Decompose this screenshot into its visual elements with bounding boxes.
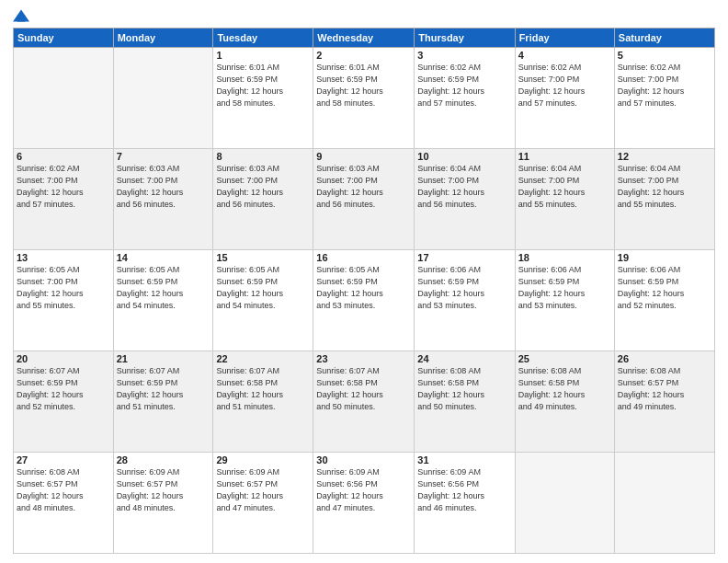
day-number: 5: [618, 50, 711, 61]
day-info: Sunrise: 6:05 AM Sunset: 6:59 PM Dayligh…: [216, 264, 310, 312]
calendar-cell: 7Sunrise: 6:03 AM Sunset: 7:00 PM Daylig…: [113, 149, 213, 250]
calendar-cell: [14, 48, 114, 149]
day-info: Sunrise: 6:02 AM Sunset: 6:59 PM Dayligh…: [417, 62, 511, 109]
day-number: 16: [316, 252, 411, 263]
day-number: 23: [316, 353, 411, 364]
day-info: Sunrise: 6:08 AM Sunset: 6:57 PM Dayligh…: [17, 466, 110, 514]
day-info: Sunrise: 6:05 AM Sunset: 6:59 PM Dayligh…: [316, 264, 411, 312]
day-info: Sunrise: 6:07 AM Sunset: 6:58 PM Dayligh…: [216, 365, 310, 413]
day-info: Sunrise: 6:08 AM Sunset: 6:58 PM Dayligh…: [518, 365, 611, 413]
calendar-cell: 28Sunrise: 6:09 AM Sunset: 6:57 PM Dayli…: [113, 453, 213, 554]
weekday-header-monday: Monday: [113, 29, 213, 48]
day-number: 25: [518, 353, 611, 364]
day-number: 17: [417, 252, 511, 263]
day-info: Sunrise: 6:07 AM Sunset: 6:59 PM Dayligh…: [117, 365, 210, 413]
calendar-cell: 18Sunrise: 6:06 AM Sunset: 6:59 PM Dayli…: [515, 250, 614, 351]
day-number: 18: [518, 252, 611, 263]
day-info: Sunrise: 6:04 AM Sunset: 7:00 PM Dayligh…: [618, 163, 711, 211]
weekday-header-friday: Friday: [515, 29, 614, 48]
day-info: Sunrise: 6:09 AM Sunset: 6:56 PM Dayligh…: [316, 466, 411, 514]
day-number: 30: [316, 454, 411, 465]
calendar-cell: 20Sunrise: 6:07 AM Sunset: 6:59 PM Dayli…: [14, 351, 114, 453]
day-info: Sunrise: 6:09 AM Sunset: 6:56 PM Dayligh…: [417, 466, 511, 514]
day-number: 14: [117, 252, 210, 263]
day-info: Sunrise: 6:03 AM Sunset: 7:00 PM Dayligh…: [117, 163, 210, 211]
calendar-cell: 19Sunrise: 6:06 AM Sunset: 6:59 PM Dayli…: [614, 250, 714, 351]
calendar-cell: 31Sunrise: 6:09 AM Sunset: 6:56 PM Dayli…: [415, 453, 515, 554]
day-number: 20: [17, 353, 110, 364]
calendar-cell: 29Sunrise: 6:09 AM Sunset: 6:57 PM Dayli…: [213, 453, 313, 554]
calendar-cell: 17Sunrise: 6:06 AM Sunset: 6:59 PM Dayli…: [415, 250, 515, 351]
weekday-header-tuesday: Tuesday: [213, 29, 313, 48]
calendar-cell: 1Sunrise: 6:01 AM Sunset: 6:59 PM Daylig…: [213, 48, 313, 149]
calendar-cell: 5Sunrise: 6:02 AM Sunset: 7:00 PM Daylig…: [614, 48, 714, 149]
weekday-header-thursday: Thursday: [415, 29, 515, 48]
day-number: 1: [216, 50, 310, 61]
weekday-header-row: SundayMondayTuesdayWednesdayThursdayFrid…: [14, 29, 715, 48]
day-number: 15: [216, 252, 310, 263]
day-info: Sunrise: 6:01 AM Sunset: 6:59 PM Dayligh…: [316, 62, 411, 109]
day-number: 22: [216, 353, 310, 364]
calendar-cell: 8Sunrise: 6:03 AM Sunset: 7:00 PM Daylig…: [213, 149, 313, 250]
day-info: Sunrise: 6:01 AM Sunset: 6:59 PM Dayligh…: [216, 62, 310, 109]
day-number: 10: [417, 151, 511, 162]
day-number: 3: [417, 50, 511, 61]
day-number: 2: [316, 50, 411, 61]
calendar: SundayMondayTuesdayWednesdayThursdayFrid…: [13, 28, 715, 554]
calendar-cell: 21Sunrise: 6:07 AM Sunset: 6:59 PM Dayli…: [113, 351, 213, 453]
day-number: 26: [618, 353, 711, 364]
week-row-1: 1Sunrise: 6:01 AM Sunset: 6:59 PM Daylig…: [14, 48, 715, 149]
day-number: 11: [518, 151, 611, 162]
day-number: 6: [17, 151, 110, 162]
calendar-cell: [113, 48, 213, 149]
day-number: 19: [618, 252, 711, 263]
weekday-header-saturday: Saturday: [614, 29, 714, 48]
day-info: Sunrise: 6:08 AM Sunset: 6:58 PM Dayligh…: [417, 365, 511, 413]
day-info: Sunrise: 6:09 AM Sunset: 6:57 PM Dayligh…: [117, 466, 210, 514]
calendar-cell: [614, 453, 714, 554]
day-info: Sunrise: 6:08 AM Sunset: 6:57 PM Dayligh…: [618, 365, 711, 413]
header: [13, 9, 715, 22]
day-number: 24: [417, 353, 511, 364]
calendar-cell: 23Sunrise: 6:07 AM Sunset: 6:58 PM Dayli…: [313, 351, 415, 453]
day-number: 12: [618, 151, 711, 162]
day-info: Sunrise: 6:04 AM Sunset: 7:00 PM Dayligh…: [518, 163, 611, 211]
calendar-cell: 26Sunrise: 6:08 AM Sunset: 6:57 PM Dayli…: [614, 351, 714, 453]
day-info: Sunrise: 6:06 AM Sunset: 6:59 PM Dayligh…: [417, 264, 511, 312]
calendar-cell: 12Sunrise: 6:04 AM Sunset: 7:00 PM Dayli…: [614, 149, 714, 250]
day-info: Sunrise: 6:03 AM Sunset: 7:00 PM Dayligh…: [216, 163, 310, 211]
calendar-cell: 11Sunrise: 6:04 AM Sunset: 7:00 PM Dayli…: [515, 149, 614, 250]
week-row-4: 20Sunrise: 6:07 AM Sunset: 6:59 PM Dayli…: [14, 351, 715, 453]
day-info: Sunrise: 6:09 AM Sunset: 6:57 PM Dayligh…: [216, 466, 310, 514]
day-info: Sunrise: 6:02 AM Sunset: 7:00 PM Dayligh…: [618, 62, 711, 109]
calendar-cell: 30Sunrise: 6:09 AM Sunset: 6:56 PM Dayli…: [313, 453, 415, 554]
day-info: Sunrise: 6:07 AM Sunset: 6:59 PM Dayligh…: [17, 365, 110, 413]
calendar-cell: 3Sunrise: 6:02 AM Sunset: 6:59 PM Daylig…: [415, 48, 515, 149]
weekday-header-wednesday: Wednesday: [313, 29, 415, 48]
day-info: Sunrise: 6:02 AM Sunset: 7:00 PM Dayligh…: [518, 62, 611, 109]
calendar-cell: 13Sunrise: 6:05 AM Sunset: 7:00 PM Dayli…: [14, 250, 114, 351]
day-info: Sunrise: 6:06 AM Sunset: 6:59 PM Dayligh…: [618, 264, 711, 312]
calendar-cell: 16Sunrise: 6:05 AM Sunset: 6:59 PM Dayli…: [313, 250, 415, 351]
weekday-header-sunday: Sunday: [14, 29, 114, 48]
page: SundayMondayTuesdayWednesdayThursdayFrid…: [0, 0, 728, 563]
day-number: 27: [17, 454, 110, 465]
day-number: 4: [518, 50, 611, 61]
day-info: Sunrise: 6:05 AM Sunset: 6:59 PM Dayligh…: [117, 264, 210, 312]
calendar-cell: 24Sunrise: 6:08 AM Sunset: 6:58 PM Dayli…: [415, 351, 515, 453]
day-number: 28: [117, 454, 210, 465]
week-row-5: 27Sunrise: 6:08 AM Sunset: 6:57 PM Dayli…: [14, 453, 715, 554]
calendar-cell: 14Sunrise: 6:05 AM Sunset: 6:59 PM Dayli…: [113, 250, 213, 351]
calendar-cell: 9Sunrise: 6:03 AM Sunset: 7:00 PM Daylig…: [313, 149, 415, 250]
day-number: 8: [216, 151, 310, 162]
week-row-2: 6Sunrise: 6:02 AM Sunset: 7:00 PM Daylig…: [14, 149, 715, 250]
calendar-cell: [515, 453, 614, 554]
svg-rect-1: [17, 15, 25, 21]
day-info: Sunrise: 6:06 AM Sunset: 6:59 PM Dayligh…: [518, 264, 611, 312]
day-info: Sunrise: 6:07 AM Sunset: 6:58 PM Dayligh…: [316, 365, 411, 413]
logo: [13, 9, 31, 22]
calendar-cell: 6Sunrise: 6:02 AM Sunset: 7:00 PM Daylig…: [14, 149, 114, 250]
day-number: 13: [17, 252, 110, 263]
day-number: 21: [117, 353, 210, 364]
day-number: 31: [417, 454, 511, 465]
